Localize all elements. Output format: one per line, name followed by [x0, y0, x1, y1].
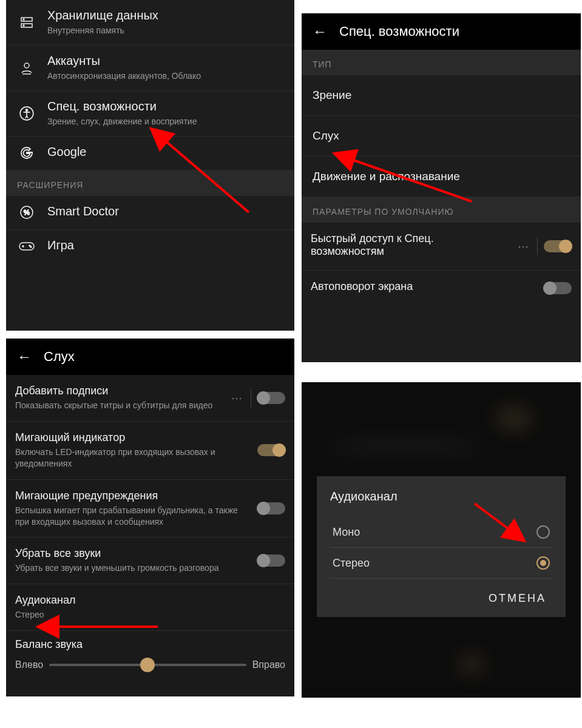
svg-point-3 — [23, 25, 24, 26]
captions-row[interactable]: Добавить подписи Показывать скрытые титр… — [6, 375, 294, 422]
motion-item[interactable]: Движение и распознавание — [302, 157, 581, 197]
accounts-item[interactable]: Аккаунты Автосинхронизация аккаунтов, Об… — [6, 46, 294, 91]
balance-slider[interactable]: Влево Вправо — [6, 653, 294, 681]
accounts-title: Аккаунты — [47, 54, 283, 68]
page-title: Спец. возможности — [339, 24, 459, 39]
accessibility-title: Спец. возможности — [47, 99, 283, 113]
more-icon[interactable]: ⋯ — [229, 391, 245, 405]
game-title: Игра — [47, 238, 283, 252]
defaults-header: ПАРАМЕТРЫ ПО УМОЛЧАНИЮ — [302, 197, 581, 223]
storage-title: Хранилище данных — [47, 8, 283, 22]
game-item[interactable]: Игра — [6, 230, 294, 271]
mute-all-sub: Убрать все звуки и уменьшить громкость р… — [15, 562, 251, 574]
option-stereo[interactable]: Стерео — [330, 548, 552, 579]
more-icon[interactable]: ⋯ — [515, 240, 531, 253]
auto-rotate-row[interactable]: Автоповорот экрана — [302, 271, 581, 305]
svg-point-4 — [24, 63, 29, 68]
quick-access-row[interactable]: Быстрый доступ к Спец. возможностям ⋯ — [302, 223, 581, 271]
accounts-icon — [17, 61, 36, 75]
radio-icon[interactable] — [536, 556, 550, 570]
audio-channel-value: Стерео — [15, 609, 285, 621]
flash-alerts-sub: Вспышка мигает при срабатывании будильни… — [15, 505, 251, 528]
back-icon[interactable]: ← — [17, 348, 32, 365]
svg-text:%: % — [24, 209, 30, 216]
dialog-title: Аудиоканал — [330, 490, 552, 504]
accounts-sub: Автосинхронизация аккаунтов, Облако — [47, 70, 283, 82]
flash-alerts-toggle[interactable] — [257, 502, 285, 514]
google-title: Google — [47, 145, 283, 159]
gamepad-icon — [17, 240, 36, 252]
flash-led-row[interactable]: Мигающий индикатор Включать LED-индикато… — [6, 422, 294, 480]
auto-rotate-toggle[interactable] — [544, 282, 572, 294]
extensions-header: РАСШИРЕНИЯ — [6, 170, 294, 196]
google-item[interactable]: Google — [6, 136, 294, 170]
auto-rotate-label: Автоповорот экрана — [311, 280, 538, 293]
audio-channel-row[interactable]: Аудиоканал Стерео — [6, 584, 294, 631]
flash-led-toggle[interactable] — [257, 444, 285, 456]
svg-point-7 — [25, 109, 27, 111]
flash-led-sub: Включать LED-индикатор при входящих вызо… — [15, 447, 251, 470]
storage-icon — [17, 15, 36, 30]
mute-all-row[interactable]: Убрать все звуки Убрать все звуки и умен… — [6, 538, 294, 584]
svg-point-14 — [30, 246, 32, 248]
cancel-button[interactable]: ОТМЕНА — [482, 586, 552, 611]
accessibility-item[interactable]: Спец. возможности Зрение, слух, движение… — [6, 91, 294, 136]
captions-title: Добавить подписи — [15, 385, 223, 397]
captions-sub: Показывать скрытые титры и субтитры для … — [15, 400, 223, 411]
smart-doctor-item[interactable]: % Smart Doctor — [6, 196, 294, 230]
audio-channel-title: Аудиоканал — [15, 594, 285, 607]
balance-right-label: Вправо — [252, 659, 285, 670]
hearing-item[interactable]: Слух — [302, 116, 581, 157]
accessibility-icon — [17, 106, 36, 121]
captions-toggle[interactable] — [257, 392, 285, 404]
google-icon — [17, 146, 36, 160]
quick-access-label: Быстрый доступ к Спец. возможностям — [311, 232, 509, 258]
storage-sub: Внутренняя память — [47, 25, 283, 36]
option-mono[interactable]: Моно — [330, 517, 552, 548]
smartdoctor-icon: % — [17, 205, 36, 220]
audio-channel-dialog: Аудиоканал Моно Стерео ОТМЕНА — [317, 476, 566, 617]
mute-all-toggle[interactable] — [257, 554, 285, 567]
svg-point-2 — [23, 19, 24, 20]
vision-item[interactable]: Зрение — [302, 75, 581, 116]
smartdoctor-title: Smart Doctor — [47, 204, 283, 218]
balance-title: Баланс звука — [15, 638, 285, 651]
mute-all-title: Убрать все звуки — [15, 547, 251, 560]
radio-icon[interactable] — [536, 525, 550, 539]
flash-alerts-row[interactable]: Мигающие предупреждения Вспышка мигает п… — [6, 480, 294, 538]
svg-point-13 — [29, 245, 30, 246]
accessibility-sub: Зрение, слух, движение и восприятие — [47, 116, 283, 127]
storage-item[interactable]: Хранилище данных Внутренняя память — [6, 0, 294, 46]
back-icon[interactable]: ← — [313, 23, 327, 40]
quick-access-toggle[interactable] — [544, 240, 572, 252]
type-header: ТИП — [302, 50, 581, 75]
page-title: Слух — [44, 349, 75, 365]
flash-led-title: Мигающий индикатор — [15, 431, 251, 444]
balance-left-label: Влево — [15, 659, 43, 670]
flash-alerts-title: Мигающие предупреждения — [15, 490, 251, 502]
